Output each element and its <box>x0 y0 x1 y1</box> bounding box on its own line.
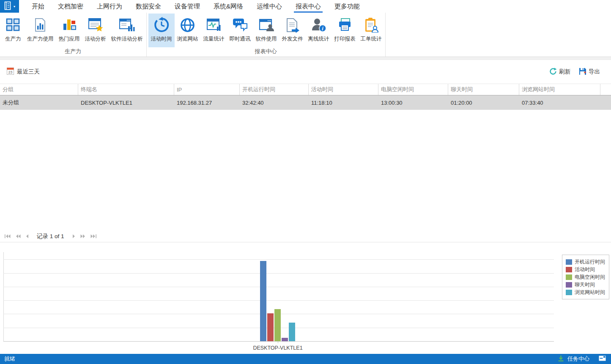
task-center-button[interactable]: 任务中心 <box>558 355 606 363</box>
ribbon-item-label: 工单统计 <box>361 35 382 43</box>
pager-prev-button[interactable] <box>24 231 31 242</box>
tab-device-management[interactable]: 设备管理 <box>168 0 207 13</box>
instant-messaging-icon <box>232 16 248 34</box>
browse-website-icon <box>180 16 195 34</box>
ribbon-item-hot-apps[interactable]: 热门应用 <box>56 14 82 47</box>
cell-boot-time: 32:42:40 <box>240 95 309 110</box>
cell-group: 未分组 <box>0 95 78 110</box>
chart-category-label: DESKTOP-VLKTLE1 <box>236 345 320 351</box>
chevron-down-icon: ▾ <box>14 5 15 8</box>
ribbon-item-work-order-stats[interactable]: 工单统计 <box>358 14 384 47</box>
export-button[interactable]: * 导出 <box>579 68 600 76</box>
column-header-active-time[interactable]: 活动时间 <box>309 84 378 95</box>
pager-record-label: 记录 1 of 1 <box>37 233 64 240</box>
chart-x-axis-line <box>3 341 554 342</box>
ribbon-item-label: 软件使用 <box>256 35 277 43</box>
legend-item-chat-time: 聊天时间 <box>566 281 606 288</box>
refresh-icon <box>549 68 557 76</box>
pager-next-button[interactable] <box>70 231 77 242</box>
ribbon-item-software-activity-analysis[interactable]: 软件活动分析 <box>109 14 145 47</box>
cell-active-time: 11:18:10 <box>309 95 378 110</box>
ribbon-item-label: 打印报表 <box>334 35 356 43</box>
date-range-filter[interactable]: 23 最近三天 <box>7 68 40 76</box>
column-header-terminal[interactable]: 终端名 <box>78 84 174 95</box>
tab-document-encryption[interactable]: 文档加密 <box>51 0 90 13</box>
ribbon-item-software-usage[interactable]: 软件使用 <box>253 14 279 47</box>
ribbon-item-instant-messaging[interactable]: 即时通讯 <box>227 14 253 47</box>
chart-bar-1 <box>267 313 274 341</box>
chart-bar-4 <box>289 323 295 341</box>
export-label: 导出 <box>589 68 600 76</box>
ribbon-item-label: 生产力 <box>5 35 21 43</box>
tab-report-center[interactable]: 报表中心 <box>289 0 328 13</box>
column-header-ip[interactable]: IP <box>174 84 240 95</box>
software-activity-analysis-icon <box>119 16 135 34</box>
legend-item-active-time: 活动时间 <box>566 266 606 273</box>
status-ready-label: 就绪 <box>4 355 15 363</box>
work-order-stats-icon <box>364 16 378 34</box>
chart-gridline <box>3 259 554 260</box>
ribbon-item-label: 浏览网站 <box>177 35 198 43</box>
ribbon-toolbar: 生产力 生产力使用 热门应用 活动分析 软件活动分析 生产力 <box>0 13 611 57</box>
column-header-group[interactable]: 分组 <box>0 84 78 95</box>
legend-item-boot-time: 开机运行时间 <box>566 258 606 266</box>
legend-swatch <box>566 259 572 265</box>
tab-system-network[interactable]: 系统&网络 <box>207 0 250 13</box>
ribbon-item-label: 外发文件 <box>282 35 303 43</box>
pager-first-button[interactable] <box>3 231 13 242</box>
ribbon-item-label: 活动时间 <box>151 35 172 43</box>
ribbon-group-report-center: 活动时间 浏览网站 流量统计 即时通讯 软件使用 <box>147 13 386 57</box>
ribbon-item-browse-website[interactable]: 浏览网站 <box>175 14 201 47</box>
ribbon-item-activity-time[interactable]: 活动时间 <box>148 14 175 47</box>
cell-chat-time: 01:20:00 <box>448 95 519 110</box>
ribbon-item-offline-stats[interactable]: i 离线统计 <box>306 14 332 47</box>
legend-swatch <box>566 274 572 280</box>
refresh-label: 刷新 <box>559 68 570 76</box>
app-menu-icon <box>4 1 12 12</box>
software-usage-icon <box>259 16 274 34</box>
pager-next-page-button[interactable] <box>78 231 88 242</box>
svg-text:23: 23 <box>8 70 13 74</box>
filter-bar: 23 最近三天 刷新 * 导出 <box>0 60 611 84</box>
column-header-idle-time[interactable]: 电脑空闲时间 <box>378 84 448 95</box>
bar-chart: DESKTOP-VLKTLE1 开机运行时间 活动时间 电脑空闲时间 聊天时间 … <box>0 242 611 354</box>
calendar-icon: 23 <box>7 68 14 76</box>
legend-swatch <box>566 290 572 295</box>
ribbon-item-outgoing-files[interactable]: 外发文件 <box>279 14 306 47</box>
column-header-browse-time[interactable]: 浏览网站时间 <box>519 84 600 95</box>
table-row[interactable]: 未分组 DESKTOP-VLKTLE1 192.168.31.27 32:42:… <box>0 95 611 110</box>
ribbon-item-label: 生产力使用 <box>27 35 54 43</box>
tab-data-security[interactable]: 数据安全 <box>129 0 168 13</box>
ribbon-item-productivity[interactable]: 生产力 <box>2 14 25 47</box>
pager-prev-page-button[interactable] <box>14 231 23 242</box>
cell-terminal: DESKTOP-VLKTLE1 <box>78 95 174 110</box>
task-window-icon[interactable] <box>599 356 606 362</box>
chart-bar-2 <box>274 309 281 341</box>
chart-bar-3 <box>282 338 288 341</box>
ribbon-group-label: 报表中心 <box>147 48 385 55</box>
tab-more-features[interactable]: 更多功能 <box>328 0 367 13</box>
traffic-stats-icon <box>206 16 222 34</box>
column-header-filler <box>600 84 611 95</box>
productivity-usage-icon <box>34 16 46 34</box>
tab-start[interactable]: 开始 <box>25 0 51 13</box>
export-save-icon: * <box>579 68 586 76</box>
offline-stats-icon: i <box>311 16 326 34</box>
svg-text:*: * <box>584 70 586 75</box>
ribbon-item-activity-analysis[interactable]: 活动分析 <box>82 14 109 47</box>
column-header-boot-time[interactable]: 开机运行时间 <box>240 84 309 95</box>
pager-last-button[interactable] <box>88 231 99 242</box>
chart-bar-0 <box>260 261 266 341</box>
tab-internet-behavior[interactable]: 上网行为 <box>90 0 129 13</box>
ribbon-item-traffic-stats[interactable]: 流量统计 <box>201 14 227 47</box>
legend-swatch <box>566 282 572 288</box>
ribbon-item-productivity-usage[interactable]: 生产力使用 <box>25 14 56 47</box>
ribbon-item-print-report[interactable]: 打印报表 <box>332 14 358 47</box>
ribbon-tab-bar: ▾ 开始 文档加密 上网行为 数据安全 设备管理 系统&网络 运维中心 报表中心… <box>0 0 611 13</box>
tab-ops-center[interactable]: 运维中心 <box>250 0 289 13</box>
ribbon-group-label: 生产力 <box>0 48 146 55</box>
app-menu-button[interactable]: ▾ <box>0 0 19 13</box>
refresh-button[interactable]: 刷新 <box>549 68 570 76</box>
ribbon-tabs: 开始 文档加密 上网行为 数据安全 设备管理 系统&网络 运维中心 报表中心 更… <box>25 0 367 13</box>
column-header-chat-time[interactable]: 聊天时间 <box>448 84 519 95</box>
